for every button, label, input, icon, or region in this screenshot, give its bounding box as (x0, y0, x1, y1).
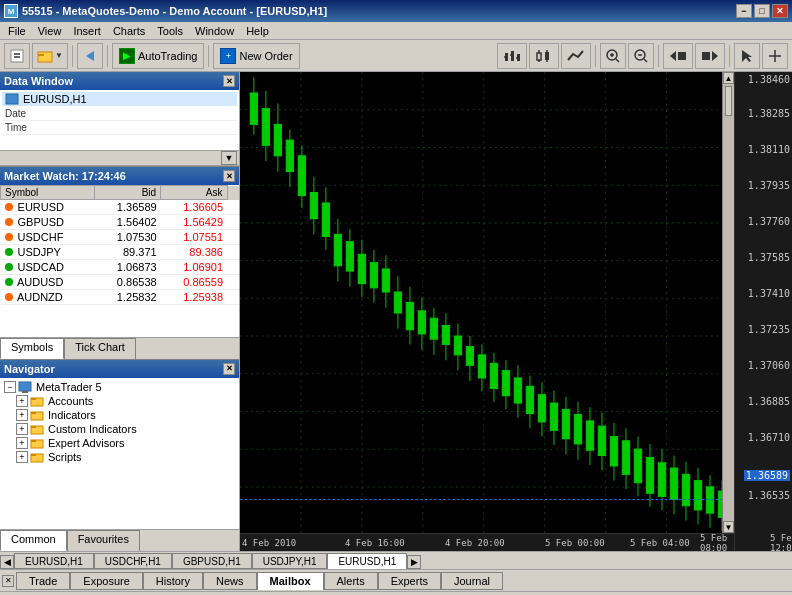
menu-charts[interactable]: Charts (107, 24, 151, 38)
data-date-row: Date (2, 107, 237, 121)
chart-vscrollbar[interactable]: ▲ ▼ (722, 72, 734, 533)
market-symbol: AUDUSD (1, 275, 95, 290)
market-row-audnzd[interactable]: AUDNZD 1.25832 1.25938 (1, 290, 240, 305)
data-window-close[interactable]: ✕ (223, 75, 235, 87)
chart-tabs-left[interactable]: ◀ (0, 555, 14, 569)
close-button[interactable]: ✕ (772, 4, 788, 18)
tab-exposure[interactable]: Exposure (70, 572, 142, 590)
chart-tab-eurusd-h1-1[interactable]: EURUSD,H1 (14, 553, 94, 569)
market-row-gbpusd[interactable]: GBPUSD 1.56402 1.56429 (1, 215, 240, 230)
market-row-spacer (227, 245, 239, 260)
market-watch-close[interactable]: ✕ (223, 170, 235, 182)
tab-tick-chart[interactable]: Tick Chart (64, 338, 136, 359)
zoom-in-button[interactable] (600, 43, 626, 69)
svg-rect-80 (346, 242, 353, 271)
nav-item-accounts[interactable]: + Accounts (2, 394, 237, 408)
chart-tab-eurusd-h1-2[interactable]: EURUSD,H1 (327, 553, 407, 569)
nav-expand-1[interactable]: + (16, 395, 28, 407)
neworder-icon: + (220, 48, 236, 64)
market-bid: 1.06873 (94, 260, 160, 275)
svg-rect-74 (310, 192, 317, 218)
minimize-button[interactable]: − (736, 4, 752, 18)
chart-type-line[interactable] (561, 43, 591, 69)
nav-item-expert-advisors[interactable]: + Expert Advisors (2, 436, 237, 450)
crosshair-button[interactable] (762, 43, 788, 69)
tab-journal[interactable]: Journal (441, 572, 503, 590)
new-chart-button[interactable] (4, 43, 30, 69)
chart-svg (240, 72, 734, 533)
toolbar-separator-6 (729, 45, 730, 67)
tab-common[interactable]: Common (0, 530, 67, 551)
market-row-usdjpy[interactable]: USDJPY 89.371 89.386 (1, 245, 240, 260)
data-window-dropdown[interactable]: ▼ (221, 151, 237, 165)
svg-rect-4 (38, 54, 44, 56)
tab-trade[interactable]: Trade (16, 572, 70, 590)
nav-item-label: Scripts (48, 451, 82, 463)
data-symbol-row: EURUSD,H1 (2, 92, 237, 106)
chart-area[interactable]: ▲ ▼ 1.38460 1.38285 1.38110 1.37935 1.37… (240, 72, 792, 551)
scroll-down-button[interactable]: ▼ (723, 521, 734, 533)
nav-expand-4[interactable]: + (16, 437, 28, 449)
time-feb4-2010: 4 Feb 2010 (242, 538, 296, 548)
nav-item-scripts[interactable]: + Scripts (2, 450, 237, 464)
chart-tab-gbpusd-h1[interactable]: GBPUSD,H1 (172, 553, 252, 569)
neworder-button[interactable]: + New Order (213, 43, 299, 69)
tab-experts[interactable]: Experts (378, 572, 441, 590)
chart-tabs-right[interactable]: ▶ (407, 555, 421, 569)
svg-line-23 (644, 59, 647, 62)
nav-expand-5[interactable]: + (16, 451, 28, 463)
svg-rect-86 (382, 269, 389, 292)
chart-tab-usdchf-h1[interactable]: USDCHF,H1 (94, 553, 172, 569)
tab-history[interactable]: History (143, 572, 203, 590)
market-symbol: EURUSD (1, 200, 95, 215)
bottom-panel-close[interactable]: ✕ (2, 575, 14, 587)
scroll-right-button[interactable] (695, 43, 725, 69)
chart-type-bar[interactable] (497, 43, 527, 69)
price-1.37235: 1.37235 (748, 324, 790, 335)
svg-rect-33 (19, 382, 31, 391)
tab-mailbox[interactable]: Mailbox (257, 572, 324, 590)
cursor-button[interactable] (734, 43, 760, 69)
nav-item-indicators[interactable]: + Indicators (2, 408, 237, 422)
scroll-left-button[interactable] (663, 43, 693, 69)
tab-favourites[interactable]: Favourites (67, 530, 140, 551)
market-row-audusd[interactable]: AUDUSD 0.86538 0.86559 (1, 275, 240, 290)
menu-file[interactable]: File (2, 24, 32, 38)
navigator-close[interactable]: ✕ (223, 363, 235, 375)
nav-expand-3[interactable]: + (16, 423, 28, 435)
menu-insert[interactable]: Insert (67, 24, 107, 38)
scroll-thumb[interactable] (725, 86, 732, 116)
chart-tab-usdjpy-h1[interactable]: USDJPY,H1 (252, 553, 328, 569)
svg-rect-76 (322, 203, 329, 237)
svg-rect-15 (545, 52, 549, 60)
back-button[interactable] (77, 43, 103, 69)
market-row-usdchf[interactable]: USDCHF 1.07530 1.07551 (1, 230, 240, 245)
svg-rect-3 (38, 52, 52, 62)
svg-rect-120 (586, 421, 593, 450)
price-1.37410: 1.37410 (748, 288, 790, 299)
market-row-eurusd[interactable]: EURUSD 1.36589 1.36605 (1, 200, 240, 215)
menu-tools[interactable]: Tools (151, 24, 189, 38)
market-row-usdcad[interactable]: USDCAD 1.06873 1.06901 (1, 260, 240, 275)
maximize-button[interactable]: □ (754, 4, 770, 18)
svg-rect-12 (537, 53, 541, 60)
scroll-up-button[interactable]: ▲ (723, 72, 734, 84)
nav-item-custom-indicators[interactable]: + Custom Indicators (2, 422, 237, 436)
svg-marker-5 (86, 51, 94, 61)
open-button[interactable]: ▼ (32, 43, 68, 69)
menu-help[interactable]: Help (240, 24, 275, 38)
menu-view[interactable]: View (32, 24, 68, 38)
nav-expand-2[interactable]: + (16, 409, 28, 421)
market-watch-table: Symbol Bid Ask EURUSD 1.36589 1.36605 (0, 185, 239, 337)
nav-item-metatrader-5[interactable]: − MetaTrader 5 (2, 380, 237, 394)
zoom-out-button[interactable] (628, 43, 654, 69)
menu-window[interactable]: Window (189, 24, 240, 38)
chart-type-candle[interactable] (529, 43, 559, 69)
nav-expand-0[interactable]: − (4, 381, 16, 393)
tab-news[interactable]: News (203, 572, 257, 590)
tab-alerts[interactable]: Alerts (324, 572, 378, 590)
autotrading-button[interactable]: ▶ AutoTrading (112, 43, 205, 69)
tab-symbols[interactable]: Symbols (0, 338, 64, 359)
market-bid: 1.07530 (94, 230, 160, 245)
price-1.37585: 1.37585 (748, 252, 790, 263)
